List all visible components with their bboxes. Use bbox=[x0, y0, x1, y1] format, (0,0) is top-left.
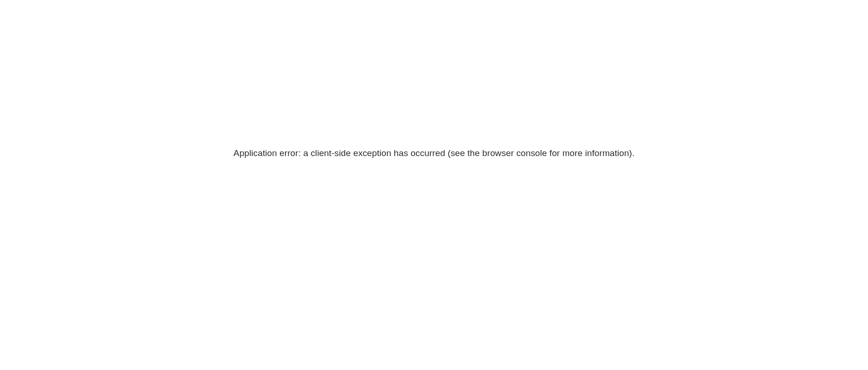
error-message: Application error: a client-side excepti… bbox=[234, 148, 635, 158]
error-container: Application error: a client-side excepti… bbox=[0, 148, 868, 158]
